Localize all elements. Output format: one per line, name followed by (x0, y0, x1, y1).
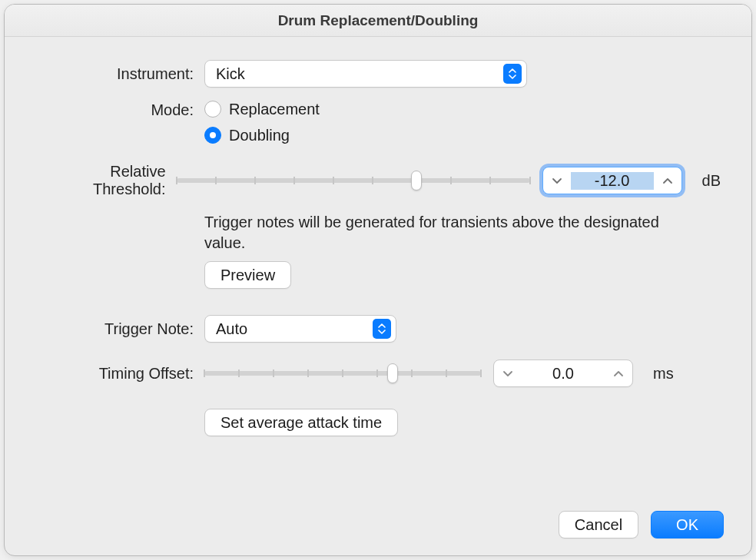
mode-label: Mode: (35, 98, 204, 119)
threshold-help-text: Trigger notes will be generated for tran… (204, 212, 696, 253)
dialog-window: Drum Replacement/Doubling Instrument: Ki… (4, 4, 752, 556)
mode-option-label: Doubling (229, 127, 290, 144)
slider-thumb[interactable] (411, 171, 422, 191)
preview-button[interactable]: Preview (204, 261, 291, 289)
dialog-content: Instrument: Kick Mode: Replacement (5, 37, 751, 555)
mode-radio-replacement[interactable]: Replacement (204, 98, 320, 120)
slider-ticks (177, 175, 530, 186)
threshold-row: Relative Threshold: (35, 163, 721, 198)
slider-ticks (204, 368, 481, 379)
instrument-label: Instrument: (35, 65, 204, 83)
timing-offset-row: Timing Offset: (35, 360, 721, 387)
threshold-value[interactable]: -12.0 (571, 172, 654, 190)
instrument-value: Kick (216, 65, 245, 83)
slider-thumb[interactable] (387, 363, 398, 383)
threshold-stepper[interactable]: -12.0 (542, 167, 682, 194)
instrument-select[interactable]: Kick (204, 60, 527, 88)
ok-label: OK (676, 516, 698, 534)
window-titlebar: Drum Replacement/Doubling (5, 5, 751, 37)
mode-option-label: Replacement (229, 101, 320, 118)
threshold-unit: dB (702, 172, 721, 190)
timing-offset-stepper[interactable]: 0.0 (493, 360, 633, 387)
trigger-note-row: Trigger Note: Auto (35, 315, 721, 343)
radio-icon (204, 101, 221, 118)
radio-icon (204, 127, 221, 144)
cancel-label: Cancel (575, 516, 622, 534)
instrument-row: Instrument: Kick (35, 60, 721, 88)
updown-icon (373, 319, 391, 339)
timing-offset-value[interactable]: 0.0 (522, 365, 605, 383)
threshold-label: Relative Threshold: (35, 163, 177, 198)
timing-offset-unit: ms (653, 365, 674, 383)
trigger-note-select[interactable]: Auto (204, 315, 396, 343)
chevron-down-icon[interactable] (543, 167, 571, 194)
chevron-up-icon[interactable] (605, 360, 632, 386)
window-title: Drum Replacement/Doubling (278, 12, 479, 29)
timing-offset-label: Timing Offset: (35, 365, 204, 383)
ok-button[interactable]: OK (651, 511, 724, 538)
mode-row: Mode: Replacement Doubling (35, 98, 721, 146)
timing-offset-slider[interactable] (204, 363, 481, 384)
dialog-footer: Cancel OK (559, 511, 724, 538)
threshold-help-row: Trigger notes will be generated for tran… (35, 212, 721, 253)
threshold-slider[interactable] (177, 170, 530, 191)
preview-label: Preview (220, 267, 275, 284)
trigger-note-label: Trigger Note: (35, 320, 204, 338)
preview-row: Preview (35, 261, 721, 289)
avg-attack-row: Set average attack time (35, 409, 721, 436)
set-average-attack-button[interactable]: Set average attack time (204, 409, 398, 436)
chevron-up-icon[interactable] (654, 167, 681, 194)
mode-radio-doubling[interactable]: Doubling (204, 124, 290, 146)
chevron-down-icon[interactable] (494, 360, 522, 386)
trigger-note-value: Auto (216, 320, 247, 338)
cancel-button[interactable]: Cancel (559, 511, 638, 538)
updown-icon (503, 64, 522, 84)
avg-attack-label: Set average attack time (220, 414, 382, 432)
